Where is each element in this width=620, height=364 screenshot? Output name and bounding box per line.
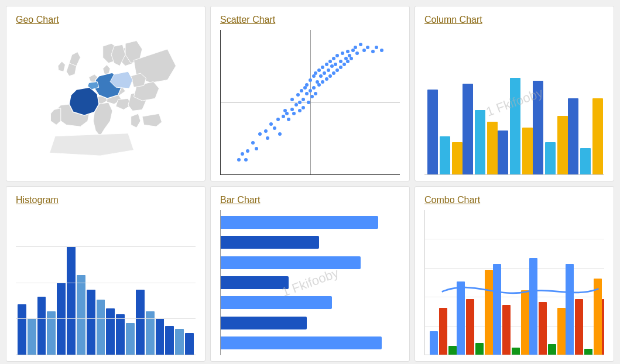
scatter-dot: [327, 68, 330, 72]
scatter-dot: [362, 49, 366, 52]
col-group-1: [427, 90, 463, 174]
bar-row-2: [221, 236, 400, 249]
hist-bar: [37, 297, 46, 355]
scatter-dot: [341, 51, 344, 55]
hist-bar: [126, 323, 135, 355]
scatter-dot: [371, 50, 375, 53]
bar-row-7: [221, 336, 400, 349]
bar-row-1: [221, 216, 400, 229]
col-bar: [522, 128, 533, 174]
scatter-dot: [255, 147, 258, 150]
combo-bar: [485, 270, 493, 355]
scatter-dot: [323, 71, 326, 75]
combo-bar: [529, 258, 537, 355]
col-bar: [568, 98, 578, 174]
scatter-dot: [317, 68, 321, 72]
col-bar: [533, 81, 543, 174]
bar-fill: [221, 336, 382, 349]
scatter-dot: [296, 93, 300, 97]
bar-chart-card: Bar Chart 1 Fkifooby: [210, 186, 410, 362]
combo-group-5: [566, 264, 602, 355]
scatter-dot: [276, 118, 280, 121]
combo-bar: [602, 299, 604, 355]
histogram-title[interactable]: Histogram: [16, 195, 196, 205]
scatter-dot: [300, 89, 303, 92]
combo-bar: [539, 302, 547, 355]
histogram-area: [16, 210, 196, 355]
scatter-dot: [241, 152, 244, 156]
hist-bar: [175, 329, 184, 355]
combo-group-1: [430, 308, 457, 355]
scatter-dot: [325, 77, 328, 81]
scatter-dot: [332, 71, 335, 75]
col-bar: [440, 136, 450, 174]
combo-bar: [594, 279, 602, 355]
col-bar: [427, 90, 438, 174]
bar-fill: [221, 296, 332, 309]
scatter-dot: [354, 46, 357, 49]
col-group-5: [568, 98, 603, 174]
column-chart-title[interactable]: Column Chart: [424, 15, 604, 25]
scatter-dot: [321, 66, 324, 69]
combo-group-3: [493, 264, 529, 355]
scatter-dot: [355, 51, 359, 55]
hist-bar: [87, 290, 95, 355]
scatter-dot: [278, 132, 282, 136]
scatter-chart-card: Scatter Chart: [210, 6, 410, 181]
scatter-dot: [310, 95, 314, 98]
geo-chart-area: [16, 30, 196, 175]
combo-bar: [512, 348, 520, 355]
col-group-3: [498, 78, 533, 174]
hist-bar: [106, 308, 115, 355]
combo-chart-title[interactable]: Combo Chart: [424, 195, 604, 205]
bar-row-4: [221, 276, 400, 289]
combo-bar: [475, 343, 484, 355]
col-bar: [463, 84, 473, 174]
scatter-dot: [269, 122, 273, 126]
bar-fill: [221, 236, 319, 249]
bar-chart-title[interactable]: Bar Chart: [220, 195, 400, 205]
scatter-dot: [332, 57, 335, 60]
scatter-dot: [346, 60, 350, 63]
col-group-2: [463, 84, 498, 174]
scatter-dot: [309, 78, 312, 82]
hist-bar: [146, 311, 155, 355]
bar-row-6: [221, 317, 400, 329]
scatter-dot: [302, 98, 305, 101]
scatter-dot: [244, 158, 248, 162]
combo-chart-card: Combo Chart: [415, 186, 614, 362]
bar-row-5: [221, 296, 400, 309]
hist-bar: [116, 314, 125, 355]
column-chart-card: Column Chart 1 Fkifooby: [415, 6, 614, 181]
scatter-dot: [366, 46, 369, 49]
scatter-dot: [334, 63, 337, 66]
combo-bar: [557, 308, 566, 355]
scatter-dot: [335, 68, 339, 72]
geo-chart-title[interactable]: Geo Chart: [16, 15, 196, 25]
hist-bar: [185, 333, 194, 355]
combo-bar: [430, 331, 438, 355]
scatter-vline: [310, 30, 311, 174]
col-bar: [498, 131, 508, 174]
scatter-dot: [290, 108, 294, 111]
bar-fill: [221, 216, 378, 229]
hist-bar: [67, 246, 76, 355]
scatter-dot: [298, 109, 302, 112]
scatter-dot: [346, 50, 350, 53]
hist-bar: [97, 300, 105, 355]
scatter-dot: [359, 43, 362, 46]
geo-chart-card: Geo Chart: [6, 6, 205, 181]
scatter-dot: [273, 126, 276, 130]
combo-chart-area: [424, 210, 604, 355]
bar-fill: [221, 317, 307, 329]
bar-chart-area: 1 Fkifooby: [220, 210, 400, 355]
bar-fill: [221, 256, 361, 269]
scatter-dot: [266, 136, 269, 140]
scatter-chart-title[interactable]: Scatter Chart: [220, 15, 400, 25]
scatter-dot: [302, 106, 305, 109]
scatter-dot: [335, 54, 339, 57]
combo-bar: [566, 264, 574, 355]
scatter-dot: [317, 83, 321, 87]
combo-group-6: [602, 299, 604, 355]
hist-bar: [47, 311, 56, 355]
